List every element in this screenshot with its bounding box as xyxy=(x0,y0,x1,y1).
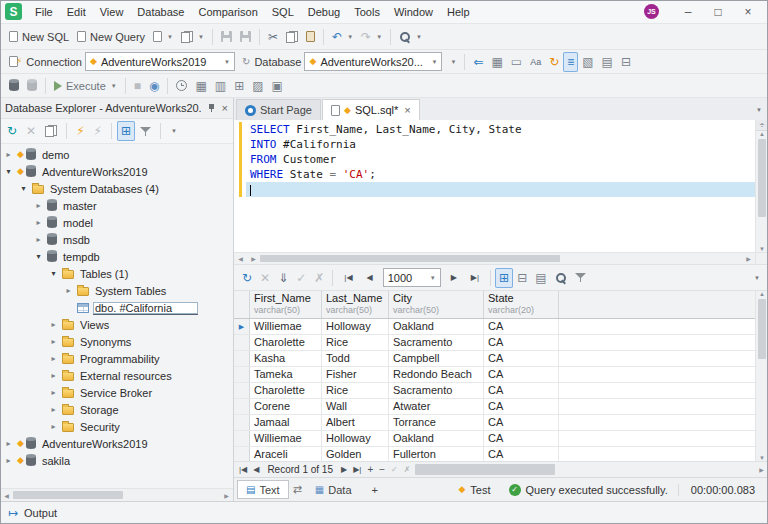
tab-data[interactable]: ▦ Data xyxy=(306,480,361,499)
expand-arrow[interactable]: ▸ xyxy=(49,337,58,346)
grid-cell[interactable]: Golden xyxy=(322,447,389,461)
scroll-thumb[interactable] xyxy=(758,139,766,217)
editor-line[interactable]: WHERE State = 'CA'; xyxy=(246,167,755,182)
tree-item[interactable]: ▸master xyxy=(0,197,233,214)
grid-cell[interactable]: Tameka xyxy=(250,367,322,382)
grid-hscroll-track[interactable] xyxy=(413,462,755,477)
grid-row[interactable]: CharoletteRiceSacramentoCA xyxy=(234,383,755,399)
prev-record-button[interactable]: ◀ xyxy=(250,465,262,474)
grid-cell[interactable]: Jamaal xyxy=(250,415,322,430)
grid-cell[interactable]: Sacramento xyxy=(389,335,484,350)
tree-item[interactable]: ▾◆AdventureWorks2019 xyxy=(0,163,233,180)
scroll-left-icon[interactable]: ◀ xyxy=(0,492,13,499)
editor-hscrollbar[interactable]: ◀ ▶ ▶ xyxy=(234,252,768,265)
grid-cell[interactable]: CA xyxy=(484,335,559,350)
detach-database-button[interactable] xyxy=(23,76,41,96)
column-header-city[interactable]: Cityvarchar(50) xyxy=(389,291,484,318)
account-avatar[interactable]: JS xyxy=(644,4,659,19)
minimize-button[interactable]: – xyxy=(673,0,703,23)
attach-database-button[interactable] xyxy=(5,76,23,96)
filter-results-button[interactable] xyxy=(571,268,590,288)
expand-arrow[interactable]: ▸ xyxy=(4,439,13,448)
database-combobox[interactable]: ◆ AdventureWorks20... ▼ xyxy=(304,52,442,71)
close-panel-icon[interactable]: × xyxy=(222,102,228,114)
menu-sql[interactable]: SQL xyxy=(265,2,301,22)
close-button[interactable]: × xyxy=(733,0,763,23)
tree-item[interactable]: ▾Tables (1) xyxy=(0,265,233,282)
tab-list-dropdown[interactable]: ▼ xyxy=(756,107,762,113)
cut-button[interactable]: ✂ xyxy=(264,27,282,47)
menu-tools[interactable]: Tools xyxy=(347,2,387,22)
split-view-button[interactable]: ⊟ xyxy=(513,268,531,288)
tree-item[interactable]: dbo. #California xyxy=(0,299,233,316)
editor-line[interactable]: SELECT First_Name, Last_Name, City, Stat… xyxy=(246,122,755,137)
expand-arrow[interactable]: ▸ xyxy=(49,320,58,329)
tree-item[interactable]: ▾System Databases (4) xyxy=(0,180,233,197)
grid-cell[interactable]: CA xyxy=(484,399,559,414)
scroll-thumb[interactable] xyxy=(260,255,560,262)
tree-item[interactable]: ▸model xyxy=(0,214,233,231)
explorer-hscrollbar[interactable]: ◀ ▶ xyxy=(0,488,233,501)
database-refresh-button[interactable]: ↻ xyxy=(238,52,254,72)
expand-arrow[interactable]: ▸ xyxy=(34,201,43,210)
tree-item[interactable]: ▸System Tables xyxy=(0,282,233,299)
tab-text[interactable]: ▤ Text xyxy=(237,480,289,499)
outline-button[interactable]: ▤ xyxy=(598,52,617,72)
find-in-results-button[interactable] xyxy=(551,268,571,288)
save-all-button[interactable] xyxy=(236,27,255,47)
grid-cell[interactable]: Oakland xyxy=(389,431,484,446)
group-objects-toggle[interactable]: ⊞ xyxy=(117,121,135,141)
tree-item[interactable]: ▸msdb xyxy=(0,231,233,248)
grid-cell[interactable]: CA xyxy=(484,415,559,430)
grid-cell[interactable]: Atwater xyxy=(389,399,484,414)
add-result-tab-button[interactable]: + xyxy=(363,480,387,499)
splitter-handle[interactable]: ÷ xyxy=(756,120,768,131)
expand-arrow[interactable]: ▸ xyxy=(4,150,13,159)
scroll-right-icon[interactable]: ▶ xyxy=(742,255,755,262)
expand-arrow[interactable]: ▸ xyxy=(64,286,73,295)
grid-cell[interactable]: CA xyxy=(484,447,559,461)
menu-database[interactable]: Database xyxy=(130,2,191,22)
cancel-edit-button[interactable]: ✗ xyxy=(401,465,414,474)
scroll-thumb[interactable] xyxy=(13,491,123,499)
tree-item[interactable]: ▸Views xyxy=(0,316,233,333)
column-header-state[interactable]: Statevarchar(20) xyxy=(484,291,559,318)
append-record-button[interactable]: + xyxy=(364,464,376,475)
grid-row[interactable]: WilliemaeHollowayOaklandCA xyxy=(234,431,755,447)
tree-item[interactable]: ▸◆sakila xyxy=(0,452,233,469)
bookmark-next-icon[interactable]: ▶ xyxy=(247,255,260,262)
tree-item[interactable]: ▾tempdb xyxy=(0,248,233,265)
menu-window[interactable]: Window xyxy=(387,2,440,22)
refresh-results-button[interactable]: ↻ xyxy=(238,268,256,288)
find-button[interactable]: ▼ xyxy=(395,27,426,47)
export-data-button[interactable]: ⇓ xyxy=(274,268,292,288)
prev-page-button[interactable]: ◀ xyxy=(360,268,380,288)
menu-comparison[interactable]: Comparison xyxy=(191,2,264,22)
collapse-button[interactable]: ⊟ xyxy=(617,52,635,72)
scroll-track[interactable] xyxy=(260,253,742,264)
expand-arrow[interactable]: ▾ xyxy=(34,252,43,261)
grid-cell[interactable]: CA xyxy=(484,351,559,366)
cancel-results-button[interactable]: ✕ xyxy=(256,268,274,288)
card-view-button[interactable]: ▤ xyxy=(531,268,550,288)
first-record-button[interactable]: |◀ xyxy=(236,465,250,474)
next-page-button[interactable]: ▶ xyxy=(444,268,464,288)
last-record-button[interactable]: ▶| xyxy=(350,465,364,474)
designer-button[interactable]: ▣ xyxy=(268,76,287,96)
tree-item[interactable]: ▸Storage xyxy=(0,401,233,418)
grid-cell[interactable]: Campbell xyxy=(389,351,484,366)
grid-vscrollbar[interactable]: ▲ ▼ xyxy=(755,291,768,461)
new-connection-button[interactable]: ⚡ xyxy=(72,121,88,141)
execute-button[interactable]: Execute ▼ xyxy=(50,76,121,96)
grid-row[interactable]: CoreneWallAtwaterCA xyxy=(234,399,755,415)
expand-arrow[interactable]: ▾ xyxy=(19,184,28,193)
editor-lines[interactable]: SELECT First_Name, Last_Name, City, Stat… xyxy=(246,120,755,252)
grid-cell[interactable]: Fullerton xyxy=(389,447,484,461)
menu-help[interactable]: Help xyxy=(440,2,477,22)
editor-line[interactable]: FROM Customer xyxy=(246,152,755,167)
expand-arrow[interactable]: ▾ xyxy=(4,167,13,176)
commit-button[interactable]: ✓ xyxy=(292,268,310,288)
tree-item[interactable]: ▸Security xyxy=(0,418,233,435)
grid-cell[interactable]: Corene xyxy=(250,399,322,414)
grid-cell[interactable]: Torrance xyxy=(389,415,484,430)
